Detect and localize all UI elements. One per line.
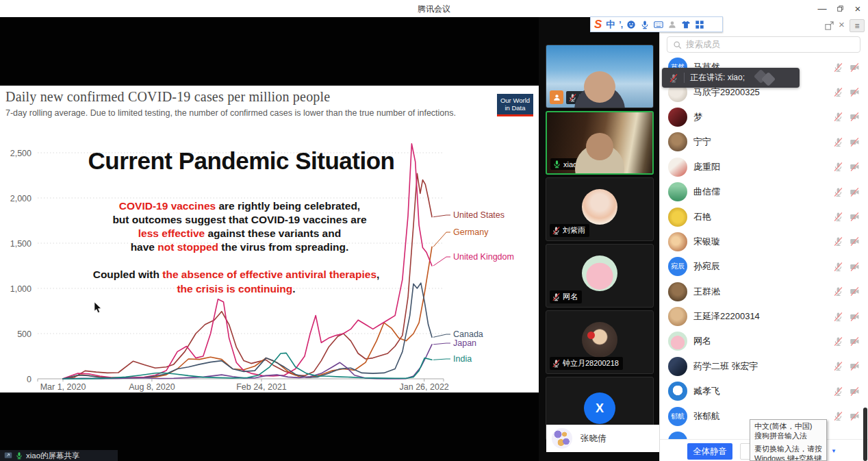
shared-slide: 05001,0001,5002,0002,500Mar 1, 2020Aug 8… [0,86,539,393]
member-mic-muted-icon[interactable] [833,386,843,397]
restore-button[interactable] [831,0,849,17]
member-mic-muted-icon[interactable] [833,187,843,197]
member-camera-off-icon[interactable] [850,386,860,397]
series-line-germany [63,247,432,379]
member-camera-off-icon[interactable] [850,262,860,272]
close-button[interactable]: × [849,0,867,17]
member-row[interactable]: 石艳 [660,204,868,229]
slide-paragraph-1: COVID-19 vaccines are rightly being cele… [38,199,442,254]
member-mic-muted-icon[interactable] [833,262,843,272]
member-mic-muted-icon[interactable] [833,62,843,73]
video-tile-zhongliyue[interactable]: 钟立月28200218 [546,310,654,374]
member-mic-muted-icon[interactable] [833,336,843,347]
participant-name: 钟立月28200218 [563,358,619,369]
member-row[interactable]: 王群淞 [660,279,868,304]
member-row[interactable]: 梦 [660,105,868,129]
sogou-logo-icon[interactable]: S [594,18,602,30]
muted-mic-icon [669,73,678,83]
member-camera-off-icon[interactable] [850,162,860,172]
punctuation-icon[interactable]: ’, [619,20,622,29]
member-camera-off-icon[interactable] [850,62,860,73]
member-mic-muted-icon[interactable] [833,361,843,371]
slide-heading: Current Pandemic Situation [62,147,421,175]
video-tile-liuziyu[interactable]: 刘紫雨 [546,177,654,241]
panel-scrollbar[interactable] [863,408,867,461]
member-mic-muted-icon[interactable] [833,112,843,122]
more-caret-icon[interactable]: ▼ [831,448,837,454]
member-camera-off-icon[interactable] [850,361,860,371]
member-name: 石艳 [693,211,833,223]
member-camera-off-icon[interactable] [850,212,860,222]
member-camera-off-icon[interactable] [850,411,860,421]
member-camera-off-icon[interactable] [850,137,860,147]
ime-popup-line: 中文(简体，中国) [754,422,822,432]
avatar [668,158,687,177]
member-row[interactable]: 宋银璇 [660,229,868,254]
member-camera-off-icon[interactable] [850,236,860,247]
participant-card-zhangxiaoqian[interactable]: 张晓倩 [546,425,659,452]
muted-mic-icon [568,93,577,102]
minimize-button[interactable]: — [813,0,831,17]
skin-icon[interactable] [681,20,691,29]
video-tile-wangming[interactable]: 网名 [546,244,654,308]
mute-all-button[interactable]: 全体静音 [687,443,732,460]
video-tile-xiao-active-speaker[interactable]: xiao [546,111,654,175]
avatar: 郁航 [668,407,687,426]
member-row[interactable]: 药学二班 张宏宇 [660,354,868,379]
member-row[interactable]: 宁宁 [660,129,868,154]
video-thumbnail-column: 张新民 xiao 刘紫雨 网名 [539,17,659,461]
member-mic-muted-icon[interactable] [833,286,843,297]
speaking-tooltip-text: 正在讲话: xiao; [690,72,745,84]
sogou-ime-toolbar: S 中 ’, [590,16,723,32]
participant-name: 张晓倩 [580,433,607,445]
video-tile-zhangxinmin[interactable]: 张新民 [546,45,654,108]
member-camera-off-icon[interactable] [850,312,860,322]
emoji-icon[interactable] [626,20,636,29]
account-icon[interactable] [667,20,677,29]
member-name: 梦 [693,111,833,123]
member-mic-muted-icon[interactable] [833,411,843,421]
member-mic-muted-icon[interactable] [833,87,843,97]
member-camera-off-icon[interactable] [850,336,860,347]
member-camera-off-icon[interactable] [850,187,860,197]
restore-icon [837,5,844,12]
host-badge-icon [550,90,563,104]
language-toggle-icon[interactable]: 中 [606,18,615,31]
search-members-input[interactable]: 搜索成员 [667,36,860,53]
toolbox-icon[interactable] [695,20,704,29]
panel-menu-icon[interactable]: ≡ [850,19,865,32]
member-mic-muted-icon[interactable] [833,236,843,247]
member-camera-off-icon[interactable] [850,87,860,97]
series-label-india: India [453,354,472,364]
popout-panel-icon[interactable] [824,21,834,31]
member-row[interactable]: 庞重阳 [660,155,868,179]
member-list-panel: × ≡ 搜索成员 苜然马苜然马欣宇29200325梦宁宁庞重阳曲信儒石艳宋银璇宛… [659,17,868,461]
member-mic-muted-icon[interactable] [833,137,843,147]
ime-popup-line: Windows 键+空格键 [754,454,822,461]
member-mic-muted-icon[interactable] [833,212,843,222]
member-camera-off-icon[interactable] [850,286,860,297]
member-row[interactable]: 臧孝飞 [660,379,868,403]
screen-share-banner[interactable]: xiao的屏幕共享 [0,450,118,461]
member-row[interactable]: 王延泽22200314 [660,304,868,329]
svg-text:Aug 8, 2020: Aug 8, 2020 [129,382,175,392]
share-window-icon [4,451,12,460]
member-camera-off-icon[interactable] [850,112,860,122]
ime-language-popup: 中文(简体，中国) 搜狗拼音输入法 要切换输入法，请按 Windows 键+空格… [750,419,827,461]
window-title: 腾讯会议 [418,3,450,15]
search-placeholder: 搜索成员 [686,39,720,51]
chart-subtitle: 7-day rolling average. Due to limited te… [5,108,478,119]
close-panel-icon[interactable]: × [839,18,845,30]
avatar [668,208,687,227]
svg-text:Jan 26, 2022: Jan 26, 2022 [400,382,449,392]
member-mic-muted-icon[interactable] [833,312,843,322]
speaking-tooltip: 正在讲话: xiao; [662,68,800,88]
voice-input-icon[interactable] [640,20,650,29]
member-row[interactable]: 曲信儒 [660,179,868,204]
slide-paragraph-2: Coupled with the absence of effective an… [34,268,438,296]
keyboard-icon[interactable] [654,20,663,29]
member-row[interactable]: 宛辰孙宛辰 [660,254,868,279]
avatar [668,307,687,326]
member-row[interactable]: 网名 [660,329,868,353]
member-mic-muted-icon[interactable] [833,162,843,172]
